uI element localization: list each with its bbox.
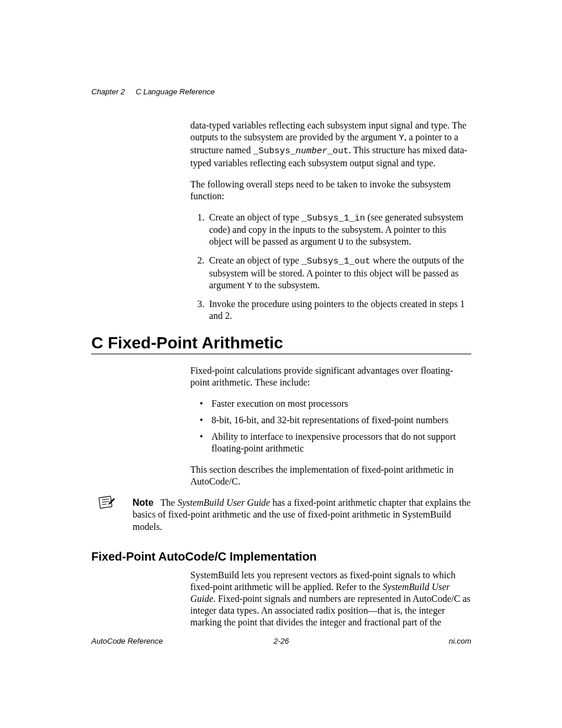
body-column: Fixed-point calculations provide signifi… [190,365,471,487]
list-item: Create an object of type _Subsys_1_out w… [207,255,471,292]
inline-code: _Subsys_1_in [302,213,365,223]
body-column: SystemBuild lets you represent vectors a… [190,569,471,628]
inline-code: Y [247,281,252,291]
body-column: data-typed variables reflecting each sub… [190,120,471,322]
list-item: Ability to interface to inexpensive proc… [204,431,471,454]
footer-site: ni.com [449,637,471,645]
list-item: Faster execution on most processors [204,398,471,410]
footer-page-number: 2-26 [91,637,471,645]
svg-line-1 [102,499,109,500]
numbered-list: Create an object of type _Subsys_1_in (s… [190,212,471,322]
note-icon [97,496,115,510]
note-block: Note The SystemBuild User Guide has a fi… [133,497,471,533]
paragraph: SystemBuild lets you represent vectors a… [190,569,471,628]
inline-code: Y [399,133,404,143]
inline-code: _Subsys_1_out [302,256,371,266]
note-label: Note [133,498,154,508]
running-header: Chapter 2 C Language Reference [91,87,471,96]
paragraph: data-typed variables reflecting each sub… [190,120,471,169]
paragraph: The following overall steps need to be t… [190,179,471,202]
svg-line-3 [102,504,107,505]
inline-code-param: number [296,146,328,156]
paragraph: Fixed-point calculations provide signifi… [190,365,471,388]
list-item: Create an object of type _Subsys_1_in (s… [207,212,471,249]
chapter-number: Chapter 2 [91,87,125,96]
svg-line-2 [102,501,109,502]
chapter-title: C Language Reference [135,87,214,96]
inline-code: _out [328,146,349,156]
citation-title: SystemBuild User Guide [177,498,270,508]
subsection-heading: Fixed-Point AutoCode/C Implementation [91,550,471,564]
list-item: Invoke the procedure using pointers to t… [207,298,471,322]
section-heading: C Fixed-Point Arithmetic [91,334,471,354]
paragraph: This section describes the implementatio… [190,464,471,487]
page-content: Chapter 2 C Language Reference data-type… [91,87,471,638]
list-item: 8-bit, 16-bit, and 32-bit representation… [204,414,471,426]
inline-code: _Subsys_ [253,146,296,156]
bullet-list: Faster execution on most processors 8-bi… [190,398,471,454]
inline-code: U [338,238,343,248]
